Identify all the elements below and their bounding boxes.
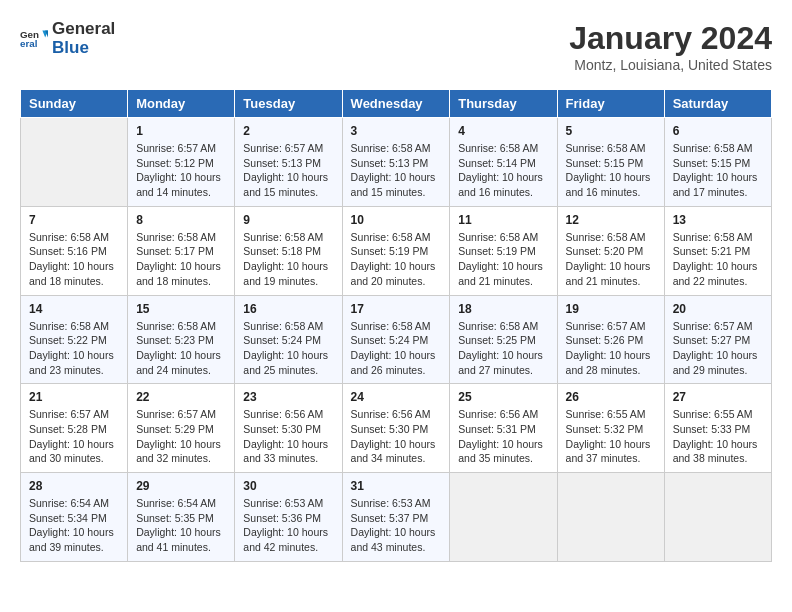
day-info: Sunrise: 6:58 AMSunset: 5:17 PMDaylight:… — [136, 230, 226, 289]
day-info: Sunrise: 6:57 AMSunset: 5:26 PMDaylight:… — [566, 319, 656, 378]
calendar-cell: 26Sunrise: 6:55 AMSunset: 5:32 PMDayligh… — [557, 384, 664, 473]
day-header-friday: Friday — [557, 90, 664, 118]
day-info: Sunrise: 6:56 AMSunset: 5:30 PMDaylight:… — [351, 407, 442, 466]
day-number: 5 — [566, 124, 656, 138]
day-info: Sunrise: 6:58 AMSunset: 5:21 PMDaylight:… — [673, 230, 763, 289]
day-number: 14 — [29, 302, 119, 316]
calendar-header-row: SundayMondayTuesdayWednesdayThursdayFrid… — [21, 90, 772, 118]
calendar-cell — [557, 473, 664, 562]
day-number: 7 — [29, 213, 119, 227]
calendar-cell: 17Sunrise: 6:58 AMSunset: 5:24 PMDayligh… — [342, 295, 450, 384]
day-number: 3 — [351, 124, 442, 138]
calendar-cell: 22Sunrise: 6:57 AMSunset: 5:29 PMDayligh… — [128, 384, 235, 473]
calendar-cell: 30Sunrise: 6:53 AMSunset: 5:36 PMDayligh… — [235, 473, 342, 562]
page-header: Gen eral General Blue January 2024 Montz… — [20, 20, 772, 73]
day-number: 18 — [458, 302, 548, 316]
logo: Gen eral General Blue — [20, 20, 115, 57]
calendar-cell: 8Sunrise: 6:58 AMSunset: 5:17 PMDaylight… — [128, 206, 235, 295]
calendar-cell: 27Sunrise: 6:55 AMSunset: 5:33 PMDayligh… — [664, 384, 771, 473]
day-info: Sunrise: 6:58 AMSunset: 5:24 PMDaylight:… — [243, 319, 333, 378]
day-number: 1 — [136, 124, 226, 138]
day-info: Sunrise: 6:58 AMSunset: 5:24 PMDaylight:… — [351, 319, 442, 378]
location-subtitle: Montz, Louisiana, United States — [569, 57, 772, 73]
day-header-thursday: Thursday — [450, 90, 557, 118]
calendar-body: 1Sunrise: 6:57 AMSunset: 5:12 PMDaylight… — [21, 118, 772, 562]
day-info: Sunrise: 6:57 AMSunset: 5:27 PMDaylight:… — [673, 319, 763, 378]
day-info: Sunrise: 6:56 AMSunset: 5:31 PMDaylight:… — [458, 407, 548, 466]
day-number: 23 — [243, 390, 333, 404]
calendar-cell: 19Sunrise: 6:57 AMSunset: 5:26 PMDayligh… — [557, 295, 664, 384]
calendar-cell: 4Sunrise: 6:58 AMSunset: 5:14 PMDaylight… — [450, 118, 557, 207]
calendar-cell — [664, 473, 771, 562]
svg-text:eral: eral — [20, 38, 38, 49]
calendar-cell: 28Sunrise: 6:54 AMSunset: 5:34 PMDayligh… — [21, 473, 128, 562]
day-number: 24 — [351, 390, 442, 404]
day-info: Sunrise: 6:58 AMSunset: 5:13 PMDaylight:… — [351, 141, 442, 200]
day-info: Sunrise: 6:58 AMSunset: 5:23 PMDaylight:… — [136, 319, 226, 378]
day-info: Sunrise: 6:57 AMSunset: 5:13 PMDaylight:… — [243, 141, 333, 200]
day-number: 6 — [673, 124, 763, 138]
day-info: Sunrise: 6:58 AMSunset: 5:14 PMDaylight:… — [458, 141, 548, 200]
calendar-cell: 9Sunrise: 6:58 AMSunset: 5:18 PMDaylight… — [235, 206, 342, 295]
day-number: 4 — [458, 124, 548, 138]
day-number: 31 — [351, 479, 442, 493]
day-number: 29 — [136, 479, 226, 493]
day-number: 8 — [136, 213, 226, 227]
day-info: Sunrise: 6:58 AMSunset: 5:15 PMDaylight:… — [566, 141, 656, 200]
logo-text-general: General — [52, 20, 115, 39]
calendar-cell: 13Sunrise: 6:58 AMSunset: 5:21 PMDayligh… — [664, 206, 771, 295]
calendar-cell — [21, 118, 128, 207]
day-number: 12 — [566, 213, 656, 227]
day-header-tuesday: Tuesday — [235, 90, 342, 118]
calendar-cell: 11Sunrise: 6:58 AMSunset: 5:19 PMDayligh… — [450, 206, 557, 295]
logo-text-blue: Blue — [52, 39, 115, 58]
day-info: Sunrise: 6:55 AMSunset: 5:33 PMDaylight:… — [673, 407, 763, 466]
day-info: Sunrise: 6:58 AMSunset: 5:19 PMDaylight:… — [351, 230, 442, 289]
calendar-cell: 15Sunrise: 6:58 AMSunset: 5:23 PMDayligh… — [128, 295, 235, 384]
day-number: 27 — [673, 390, 763, 404]
day-number: 26 — [566, 390, 656, 404]
calendar-week-4: 21Sunrise: 6:57 AMSunset: 5:28 PMDayligh… — [21, 384, 772, 473]
calendar-cell: 24Sunrise: 6:56 AMSunset: 5:30 PMDayligh… — [342, 384, 450, 473]
title-block: January 2024 Montz, Louisiana, United St… — [569, 20, 772, 73]
day-info: Sunrise: 6:58 AMSunset: 5:16 PMDaylight:… — [29, 230, 119, 289]
day-number: 20 — [673, 302, 763, 316]
day-info: Sunrise: 6:58 AMSunset: 5:15 PMDaylight:… — [673, 141, 763, 200]
day-header-saturday: Saturday — [664, 90, 771, 118]
calendar-cell: 12Sunrise: 6:58 AMSunset: 5:20 PMDayligh… — [557, 206, 664, 295]
calendar-cell: 23Sunrise: 6:56 AMSunset: 5:30 PMDayligh… — [235, 384, 342, 473]
calendar-cell: 29Sunrise: 6:54 AMSunset: 5:35 PMDayligh… — [128, 473, 235, 562]
calendar-week-5: 28Sunrise: 6:54 AMSunset: 5:34 PMDayligh… — [21, 473, 772, 562]
day-info: Sunrise: 6:58 AMSunset: 5:22 PMDaylight:… — [29, 319, 119, 378]
day-number: 10 — [351, 213, 442, 227]
day-number: 16 — [243, 302, 333, 316]
day-info: Sunrise: 6:55 AMSunset: 5:32 PMDaylight:… — [566, 407, 656, 466]
day-header-sunday: Sunday — [21, 90, 128, 118]
calendar-cell: 31Sunrise: 6:53 AMSunset: 5:37 PMDayligh… — [342, 473, 450, 562]
calendar-cell: 14Sunrise: 6:58 AMSunset: 5:22 PMDayligh… — [21, 295, 128, 384]
calendar-cell: 2Sunrise: 6:57 AMSunset: 5:13 PMDaylight… — [235, 118, 342, 207]
month-title: January 2024 — [569, 20, 772, 57]
day-number: 21 — [29, 390, 119, 404]
calendar-cell: 20Sunrise: 6:57 AMSunset: 5:27 PMDayligh… — [664, 295, 771, 384]
day-info: Sunrise: 6:57 AMSunset: 5:28 PMDaylight:… — [29, 407, 119, 466]
calendar-cell: 6Sunrise: 6:58 AMSunset: 5:15 PMDaylight… — [664, 118, 771, 207]
day-info: Sunrise: 6:58 AMSunset: 5:19 PMDaylight:… — [458, 230, 548, 289]
day-number: 19 — [566, 302, 656, 316]
calendar-cell: 3Sunrise: 6:58 AMSunset: 5:13 PMDaylight… — [342, 118, 450, 207]
calendar-cell: 5Sunrise: 6:58 AMSunset: 5:15 PMDaylight… — [557, 118, 664, 207]
calendar-week-2: 7Sunrise: 6:58 AMSunset: 5:16 PMDaylight… — [21, 206, 772, 295]
calendar-week-1: 1Sunrise: 6:57 AMSunset: 5:12 PMDaylight… — [21, 118, 772, 207]
day-info: Sunrise: 6:54 AMSunset: 5:34 PMDaylight:… — [29, 496, 119, 555]
calendar-table: SundayMondayTuesdayWednesdayThursdayFrid… — [20, 89, 772, 562]
day-number: 30 — [243, 479, 333, 493]
calendar-week-3: 14Sunrise: 6:58 AMSunset: 5:22 PMDayligh… — [21, 295, 772, 384]
calendar-cell — [450, 473, 557, 562]
day-info: Sunrise: 6:54 AMSunset: 5:35 PMDaylight:… — [136, 496, 226, 555]
day-header-monday: Monday — [128, 90, 235, 118]
day-info: Sunrise: 6:53 AMSunset: 5:36 PMDaylight:… — [243, 496, 333, 555]
day-header-wednesday: Wednesday — [342, 90, 450, 118]
day-info: Sunrise: 6:56 AMSunset: 5:30 PMDaylight:… — [243, 407, 333, 466]
calendar-cell: 16Sunrise: 6:58 AMSunset: 5:24 PMDayligh… — [235, 295, 342, 384]
calendar-cell: 18Sunrise: 6:58 AMSunset: 5:25 PMDayligh… — [450, 295, 557, 384]
